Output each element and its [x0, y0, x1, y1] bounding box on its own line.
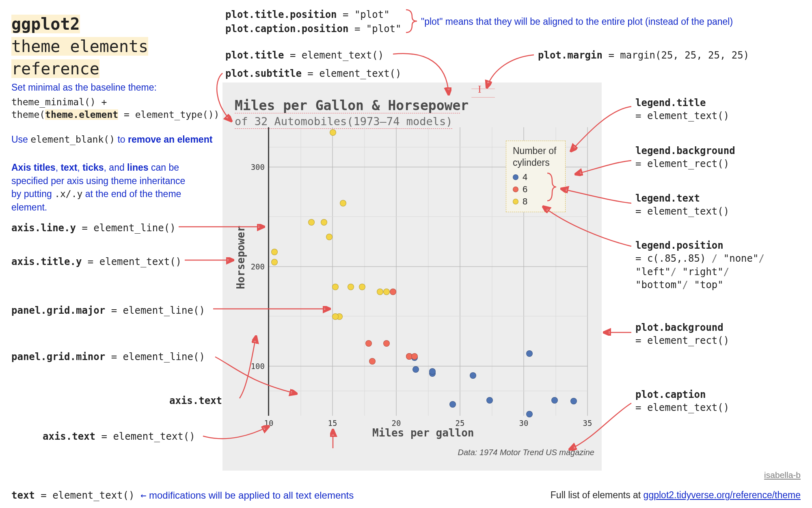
label-caption-position: plot.caption.position = "plot" — [225, 22, 401, 35]
data-point — [383, 289, 390, 295]
data-point — [449, 401, 456, 408]
label-title-position: plot.title.position = "plot" — [225, 8, 390, 21]
x-tick: 25 — [454, 419, 466, 428]
data-point — [429, 368, 436, 375]
y-tick: 300 — [251, 163, 265, 172]
data-point — [551, 397, 558, 404]
dot-icon — [513, 199, 518, 204]
label-plot-margin: plot.margin = margin(25, 25, 25, 25) — [538, 49, 749, 62]
data-point — [526, 411, 533, 417]
legend: Number of cylinders 4 6 8 — [506, 141, 566, 212]
data-point — [326, 234, 333, 240]
y-tick: 100 — [251, 362, 265, 371]
data-point — [330, 129, 336, 136]
x-axis-title: Miles per gallon — [372, 426, 474, 440]
dot-icon — [513, 174, 518, 180]
label-legend-title: legend.title= element_text() — [635, 96, 729, 123]
baseline-code: theme_minimal() + theme(theme.element = … — [11, 96, 219, 121]
data-point — [486, 397, 493, 404]
plot-subtitle: of 32 Automobiles(1973–74 models) — [235, 114, 452, 129]
reference-link[interactable]: ggplot2.tidyverse.org/reference/theme — [644, 490, 801, 500]
label-legend-bg: legend.background= element_rect() — [635, 144, 735, 171]
axis-line-y — [268, 127, 269, 416]
x-tick: 20 — [390, 419, 402, 428]
element-blank-hint: Use element_blank() to remove an element — [11, 133, 212, 146]
dot-icon — [513, 187, 518, 192]
data-point — [526, 350, 533, 357]
x-tick: 35 — [581, 419, 594, 428]
legend-item-4: 4 — [513, 172, 556, 182]
grid-major-v — [396, 127, 397, 416]
label-legend-position: legend.position = c(.85,.85) / "none"/ "… — [635, 239, 764, 292]
data-point — [570, 398, 577, 404]
grid-major-v — [587, 127, 588, 416]
data-point — [321, 219, 327, 226]
x-tick: 15 — [326, 419, 339, 428]
data-point — [332, 284, 339, 290]
grid-minor-h — [269, 391, 587, 391]
label-axis-text: axis.text = element_text() — [43, 430, 195, 443]
legend-entries: 4 6 8 — [513, 172, 556, 207]
baseline-hint: Set minimal as the baseline theme: — [11, 81, 157, 94]
grid-major-v — [460, 127, 460, 416]
grid-major-v — [332, 127, 333, 416]
y-axis-title: Horsepower — [234, 226, 248, 289]
footer-link: Full list of elements at ggplot2.tidyver… — [551, 489, 801, 501]
grid-minor-h — [269, 316, 587, 317]
title-position-explain: "plot" means that they will be aligned t… — [421, 15, 733, 28]
legend-item-6: 6 — [513, 184, 556, 195]
margin-cursor-icon: — — [471, 87, 495, 91]
legend-title: Number of cylinders — [513, 145, 556, 169]
data-point — [470, 372, 476, 379]
x-tick: 30 — [518, 419, 530, 428]
grid-minor-v — [492, 127, 492, 416]
legend-item-8: 8 — [513, 196, 556, 207]
label-axis-line-y: axis.line.y = element_line() — [11, 221, 176, 234]
data-point — [340, 200, 346, 206]
y-tick: 200 — [251, 262, 265, 271]
data-point — [365, 340, 372, 347]
data-point — [359, 284, 365, 290]
x-tick: 10 — [263, 419, 275, 428]
data-point — [411, 353, 418, 360]
label-panel-grid-major: panel.grid.major = element_line() — [11, 304, 205, 317]
grid-minor-v — [428, 127, 429, 416]
doc-title-l1: ggplot2 — [11, 15, 80, 33]
plot-title-indicator — [235, 113, 460, 113]
doc-title-l3: reference — [11, 59, 99, 78]
data-point — [348, 284, 354, 290]
data-point — [271, 249, 278, 255]
data-point — [377, 289, 383, 295]
data-point — [271, 259, 278, 265]
data-point — [308, 219, 315, 226]
attribution[interactable]: isabella-b — [764, 469, 801, 481]
label-plot-caption: plot.caption= element_text() — [635, 388, 729, 415]
plot-caption: Data: 1974 Motor Trend US magazine — [458, 447, 594, 458]
label-panel-grid-minor: panel.grid.minor = element_line() — [11, 350, 205, 363]
data-point — [383, 340, 390, 347]
label-axis-title-y: axis.title.y = element_text() — [11, 255, 181, 268]
data-point — [390, 289, 396, 295]
grid-major-h — [269, 266, 587, 267]
label-plot-title: plot.title = element_text() — [225, 49, 384, 62]
doc-title-l2: theme elements — [11, 37, 148, 56]
footer-text-element: text = element_text() ← modifications wi… — [11, 489, 354, 502]
grid-major-h — [269, 366, 587, 367]
label-legend-text: legend.text= element_text() — [635, 192, 729, 218]
grid-minor-v — [300, 127, 301, 416]
label-plot-bg: plot.background= element_rect() — [635, 321, 729, 347]
data-point — [412, 366, 419, 373]
data-point — [369, 358, 376, 365]
plot-title: Miles per Gallon & Horsepower — [235, 97, 469, 115]
doc-title: ggplot2 theme elements reference — [11, 13, 148, 80]
label-plot-subtitle: plot.subtitle = element_text() — [225, 67, 401, 80]
grid-minor-h — [269, 216, 587, 217]
margin-cursor-icon: — — [471, 96, 495, 99]
page: ggplot2 theme elements reference Set min… — [0, 0, 812, 508]
axis-inheritance-hint: Axis titles, text, ticks, and lines can … — [11, 161, 210, 214]
grid-minor-v — [364, 127, 365, 416]
